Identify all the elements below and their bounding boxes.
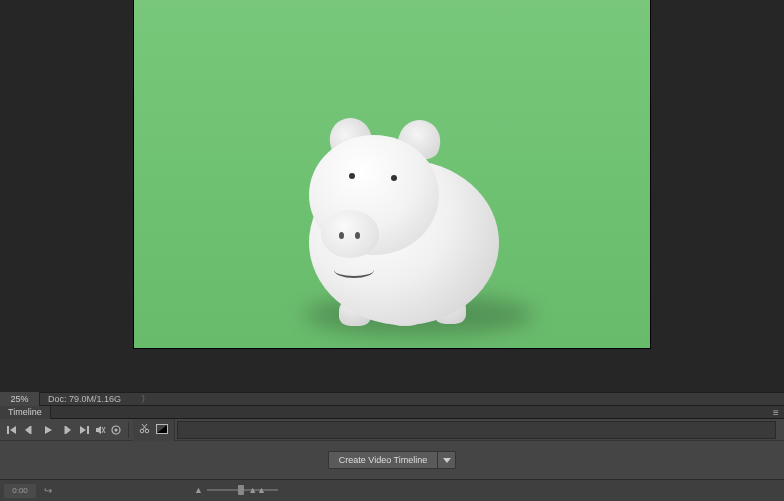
audio-mute-button[interactable] [92,419,108,441]
create-video-timeline: Create Video Timeline [328,451,456,469]
transition-button[interactable] [156,424,168,436]
piggy-snout [321,210,379,258]
timeline-controls [0,419,784,441]
zoom-level[interactable]: 25% [0,392,40,406]
svg-rect-8 [87,426,89,434]
zoom-out-icon[interactable]: ▲ [194,485,203,495]
svg-marker-20 [443,458,451,463]
last-frame-button[interactable] [76,419,92,441]
play-button[interactable] [40,419,56,441]
timeline-footer: 0:00 ↪ ▲ ▲▲ [0,479,784,501]
tab-timeline[interactable]: Timeline [0,406,51,419]
svg-marker-2 [25,426,30,434]
timeline-zoom-slider[interactable]: ▲ ▲▲ [190,487,270,493]
svg-rect-6 [65,426,67,434]
svg-marker-1 [10,426,16,434]
document-image[interactable] [134,0,650,348]
prev-frame-button[interactable] [20,419,36,441]
timeline-panel-tabbar: Timeline ≡ [0,406,784,419]
timeline-track[interactable] [177,421,776,439]
status-bar: 25% Doc: 79.0M/1.16G 〉 [0,392,784,406]
split-clip-button[interactable] [139,423,150,436]
create-video-timeline-button[interactable]: Create Video Timeline [329,452,437,468]
canvas-viewport[interactable] [0,0,784,392]
svg-marker-4 [45,426,52,434]
svg-marker-7 [80,426,86,434]
panel-menu-icon[interactable]: ≡ [768,406,784,419]
svg-rect-3 [30,426,32,434]
zoom-in-icon[interactable]: ▲▲ [248,485,266,495]
doc-info-arrow-icon[interactable]: 〉 [121,393,150,406]
svg-marker-5 [66,426,71,434]
doc-info: Doc: 79.0M/1.16G [40,394,121,404]
settings-button[interactable] [108,419,124,441]
piggy-mouth [334,262,374,278]
current-time-field[interactable]: 0:00 [4,484,36,498]
svg-point-13 [115,428,118,431]
timeline-body: Create Video Timeline [0,441,784,479]
first-frame-button[interactable] [4,419,20,441]
piggy-eye [391,175,397,181]
track-header [133,419,175,441]
svg-marker-9 [96,426,101,434]
create-video-timeline-dropdown[interactable] [437,452,455,468]
convert-frames-icon[interactable]: ↪ [40,485,56,496]
zoom-slider-thumb[interactable] [238,485,244,495]
next-frame-button[interactable] [60,419,76,441]
svg-rect-0 [7,426,9,434]
piggy-eye [349,173,355,179]
svg-marker-19 [157,425,167,433]
